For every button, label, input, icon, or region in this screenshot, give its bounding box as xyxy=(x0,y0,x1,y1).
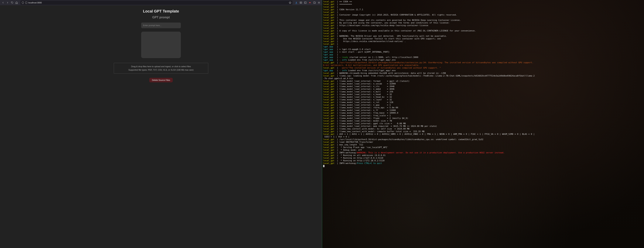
terminal-line: local_gpt | llama_model_load_internal: n… xyxy=(323,96,643,98)
terminal-line: local_gpt | xyxy=(323,6,643,8)
terminal-line: local_gpt | llama.cpp: loading model fro… xyxy=(323,75,643,77)
terminal-line: local_gpt | * Running on http://127.0.0.… xyxy=(323,157,643,159)
terminal-line: SSE3 = 1 | VSX = 0 | xyxy=(323,136,643,138)
terminal-line: local_gpt | llama_model_load_internal: g… xyxy=(323,122,643,125)
home-icon xyxy=(15,1,18,4)
terminal-output: local_gpt | == CUDA ==local_gpt | ======… xyxy=(322,0,644,248)
file-dropzone[interactable]: Drag & drop files here to upload and ing… xyxy=(114,63,208,74)
back-button[interactable] xyxy=(1,1,5,5)
terminal-line: local_gpt | llama_model_load_internal: n… xyxy=(323,104,643,106)
reload-button[interactable] xyxy=(10,1,14,5)
terminal-line: local_gpt | * Running on http://172.18.0… xyxy=(323,159,643,162)
terminal-line: local_gpt | llama_new_context_with_model… xyxy=(323,130,643,133)
terminal-line: local_gpt | This container image and its… xyxy=(323,19,643,22)
dropzone-text-2: Supported file types: PDF, TXT, CSV, XLS… xyxy=(116,68,206,72)
terminal-line: -7b-chat.ggmlv3.q4_0.bin xyxy=(323,77,643,80)
sidebar-icon xyxy=(304,1,307,4)
terminal-line: lgpt_app | - ready started server on [::… xyxy=(323,56,643,59)
terminal-line: local_gpt | A copy of this license is ma… xyxy=(323,30,643,32)
terminal-line: local_gpt | llama_new_context_with_model… xyxy=(323,128,643,130)
cursor-icon xyxy=(323,165,324,167)
dropzone-text-1: Drag & drop files here to upload and ing… xyxy=(116,65,206,68)
terminal-line: local_gpt | * Serving Flask app 'run_loc… xyxy=(323,146,643,149)
ext-button-1[interactable] xyxy=(308,1,312,5)
terminal-line: local_gpt | xyxy=(323,11,643,14)
terminal-line: local_gpt | == CUDA == xyxy=(323,1,643,3)
terminal-line: local_gpt | INFO:werkzeug:Press CTRL+C t… xyxy=(323,162,643,165)
terminal-line: local_gpt | llama_model_load_internal: r… xyxy=(323,106,643,109)
terminal-line: local_gpt | Container image Copyright (c… xyxy=(323,14,643,16)
account-button[interactable] xyxy=(299,1,303,5)
puzzle-icon xyxy=(313,1,316,4)
terminal-line: 8-bit optimizers, 8-bit multiplication, … xyxy=(323,64,643,67)
terminal-line: lgpt_app | > lgpt-t3-app@0.1.0 start xyxy=(323,48,643,51)
star-icon[interactable] xyxy=(289,1,292,4)
terminal-line: local_gpt | llama_model_load_internal: n… xyxy=(323,98,643,101)
terminal-line: local_gpt | * Debug mode: off xyxy=(323,149,643,152)
terminal-line: lgpt_app | xyxy=(323,45,643,48)
terminal-line: local_gpt | xyxy=(323,32,643,35)
arrow-left-icon xyxy=(2,1,4,4)
svg-rect-0 xyxy=(26,2,27,4)
terminal-line: local_gpt | llama_model_load_internal: f… xyxy=(323,112,643,114)
svg-rect-2 xyxy=(301,2,302,4)
terminal-line: local_gpt | CUDA Version 11.7.1 xyxy=(323,8,643,11)
forward-button[interactable] xyxy=(6,1,10,5)
shield-icon xyxy=(22,1,24,4)
terminal-line: local_gpt | Use the NVIDIA Container Too… xyxy=(323,38,643,40)
terminal-line: local_gpt | xyxy=(323,43,643,45)
terminal-line: local_gpt | llama_model_load_internal: f… xyxy=(323,114,643,117)
terminal-line: lgpt_app | xyxy=(323,53,643,56)
downloads-button[interactable] xyxy=(294,1,298,5)
delete-source-files-button[interactable]: Delete Source Files xyxy=(149,78,173,82)
terminal-line: local_gpt | AVX = 1 | AVX2 = 1 | AVX512 … xyxy=(323,133,643,136)
terminal-line: local_gpt | /usr/local/lib/python3.10/di… xyxy=(323,138,643,141)
terminal-line: local_gpt | llama_model_load_internal: n… xyxy=(323,101,643,104)
page-subtitle: GPT prompt xyxy=(152,16,170,19)
arrow-right-icon xyxy=(6,1,9,4)
terminal-line: local_gpt | By pulling and using the con… xyxy=(323,22,643,24)
output-box xyxy=(141,32,181,58)
hamburger-icon xyxy=(318,1,320,4)
terminal-line: local_gpt | WARNING:chromadb:Using embed… xyxy=(323,72,643,75)
terminal-line: local_gpt | * Running on all addresses (… xyxy=(323,154,643,157)
terminal-line: local_gpt | xyxy=(323,27,643,30)
home-button[interactable] xyxy=(15,1,18,5)
terminal-pane[interactable]: local_gpt | == CUDA ==local_gpt | ======… xyxy=(322,0,644,248)
terminal-line: local_gpt | llama_model_load_internal: f… xyxy=(323,117,643,120)
terminal-line: lgpt_app | - info Loaded env from /usr/s… xyxy=(323,59,643,61)
terminal-line: local_gpt | llama_model_load_internal: n… xyxy=(323,82,643,85)
terminal-line: local_gpt | max_seq_length 512 xyxy=(323,144,643,146)
terminal-line: local_gpt | WARNING: The NVIDIA Driver w… xyxy=(323,35,643,38)
sidebar-button[interactable] xyxy=(304,1,307,5)
svg-rect-3 xyxy=(304,2,306,4)
terminal-line: local_gpt | INFO:werkzeug:WARNING: This … xyxy=(323,152,643,154)
extensions-button[interactable] xyxy=(312,1,316,5)
terminal-line: local_gpt | /usr/local/lib/python3.10/di… xyxy=(323,61,643,64)
reload-icon xyxy=(11,1,14,4)
ext-icon xyxy=(308,1,311,4)
page-title: Local GPT Template xyxy=(143,9,179,14)
terminal-line: local_gpt | xyxy=(323,16,643,19)
terminal-line: local_gpt | llama_model_load_internal: n… xyxy=(323,85,643,88)
terminal-line: local_gpt | llama_model_load_internal: m… xyxy=(323,125,643,128)
terminal-line: lgpt_app | - info Loaded env from /usr/s… xyxy=(323,69,643,72)
terminal-line: local_gpt | llama_model_load_internal: n… xyxy=(323,93,643,96)
terminal-line: local_gpt | https://developer.nvidia.com… xyxy=(323,24,643,27)
page-content: Local GPT Template GPT prompt Drag & dro… xyxy=(0,5,322,248)
terminal-line: local_gpt | ========== xyxy=(323,3,643,6)
page-icon xyxy=(25,1,28,4)
address-bar[interactable]: localhost:3000 xyxy=(20,1,292,5)
terminal-line: local_gpt | llama_model_load_internal: n… xyxy=(323,109,643,112)
terminal-cursor-line xyxy=(323,165,643,167)
terminal-line: lgpt_app | > next start --port ${APP_INT… xyxy=(323,51,643,53)
terminal-line: local_gpt | load INSTRUCTOR_Transformer xyxy=(323,141,643,144)
url-text: localhost:3000 xyxy=(28,2,42,4)
browser-toolbar: localhost:3000 xyxy=(0,0,322,5)
terminal-line: local_gpt | llama_model_load_internal: m… xyxy=(323,120,643,122)
prompt-input[interactable] xyxy=(141,23,181,28)
terminal-line: local_gpt | https://docs.nvidia.com/data… xyxy=(323,40,643,43)
terminal-line: local_gpt | warn("The installed version … xyxy=(323,67,643,69)
download-icon xyxy=(295,1,298,4)
menu-button[interactable] xyxy=(317,1,321,5)
